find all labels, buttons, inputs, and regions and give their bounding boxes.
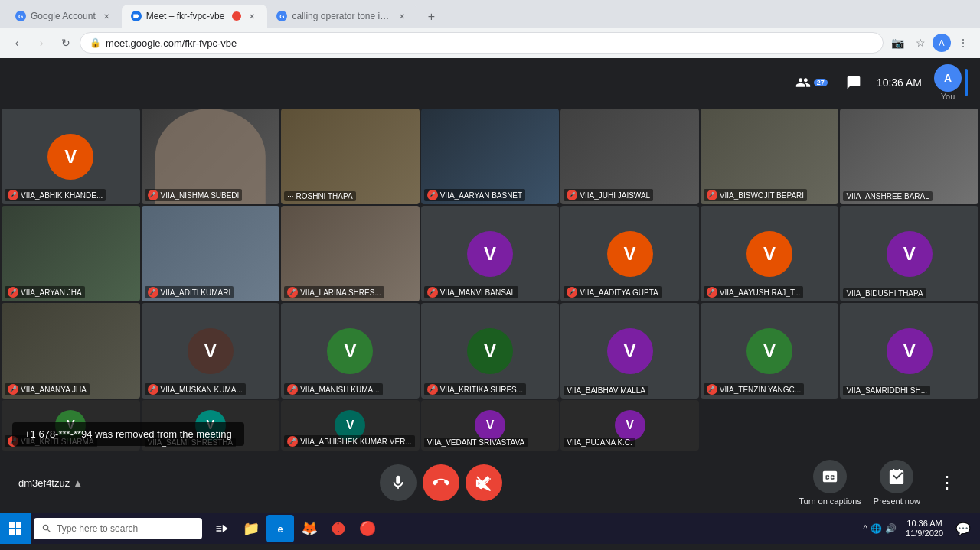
- controls-right: Turn on captions Present now ⋮: [799, 460, 962, 506]
- participant-cell-4[interactable]: VIIA_JUHI JAISWAL: [560, 109, 699, 204]
- participant-cell-16[interactable]: V VIIA_MANISH KUMA...: [281, 303, 420, 399]
- microphone-button[interactable]: [380, 464, 416, 501]
- participant-name-3: VIIA_AARYAN BASNET: [424, 189, 525, 201]
- participant-name-17: VIIA_KRITIKA SHRES...: [424, 383, 526, 395]
- taskbar-clock[interactable]: 10:36 AM 11/9/2020: [900, 519, 949, 539]
- taskbar-notification-center[interactable]: 💬: [952, 518, 974, 539]
- mute-icon-3: [427, 190, 438, 200]
- participant-cell-10[interactable]: V VIIA_MANVI BANSAL: [421, 206, 560, 301]
- participant-name-2: ··· ROSHNI THAPA: [284, 191, 355, 201]
- mute-icon-19: [707, 384, 717, 395]
- svg-rect-3: [16, 529, 21, 535]
- avatar-18: V: [607, 328, 653, 374]
- tray-volume[interactable]: 🔊: [885, 523, 897, 534]
- participant-cell-0[interactable]: V VIIA_ABHIK KHANDE...: [2, 109, 140, 204]
- taskbar-tray: ^ 🌐 🔊 10:36 AM 11/9/2020 💬: [857, 518, 980, 539]
- participants-button[interactable]: 27: [786, 69, 837, 96]
- meeting-code-text: dm3ef4tzuz: [18, 477, 70, 489]
- participant-cell-3[interactable]: VIIA_AARYAN BASNET: [421, 109, 560, 204]
- search-placeholder: Type here to search: [57, 523, 138, 534]
- present-now-button[interactable]: Present now: [874, 460, 920, 506]
- mute-icon-17: [427, 384, 438, 395]
- taskbar-search-box[interactable]: Type here to search: [34, 518, 202, 539]
- mute-icon-7: [8, 287, 18, 298]
- mute-icon-14: [8, 384, 18, 395]
- mute-icon-12: [707, 287, 717, 298]
- you-label: You: [941, 92, 956, 101]
- participant-cell-15[interactable]: V VIIA_MUSKAN KUMA...: [142, 303, 280, 399]
- participants-count: 27: [814, 79, 828, 86]
- present-label: Present now: [874, 496, 920, 506]
- mute-icon-4: [567, 190, 577, 200]
- chrome-menu[interactable]: ⋮: [952, 32, 974, 54]
- mute-icon-15: [148, 384, 158, 395]
- user-avatar[interactable]: A: [934, 64, 962, 92]
- cast-icon[interactable]: 📷: [887, 32, 908, 54]
- start-button[interactable]: [0, 513, 31, 544]
- taskbar-apps: 📁 e 🦊 🔴: [208, 515, 381, 542]
- participant-cell-7[interactable]: VIIA_ARYAN JHA: [2, 206, 140, 301]
- mute-icon-16: [287, 384, 298, 395]
- more-options-button[interactable]: ⋮: [933, 467, 962, 499]
- avatar-15: V: [188, 328, 234, 374]
- participant-cell-18[interactable]: V VIIA_BAIBHAV MALLA: [560, 303, 699, 399]
- tab-google-account[interactable]: G Google Account ✕: [6, 5, 122, 28]
- participant-name-10: VIIA_MANVI BANSAL: [424, 286, 518, 298]
- participant-cell-11[interactable]: V VIIA_AADITYA GUPTA: [560, 206, 699, 301]
- participant-cell-9[interactable]: VIIA_LARINA SHRES...: [281, 206, 420, 301]
- tray-network[interactable]: 🌐: [871, 523, 882, 534]
- mute-icon-10: [427, 287, 438, 298]
- tab-search[interactable]: G calling operator tone in google ... ✕: [267, 5, 417, 28]
- tray-chevron[interactable]: ^: [863, 523, 867, 534]
- participant-name-13: VIIA_BIDUSHI THAPA: [843, 288, 926, 298]
- taskbar-chrome[interactable]: [325, 515, 352, 542]
- tab-meet-close[interactable]: ✕: [246, 10, 258, 22]
- new-tab-button[interactable]: +: [420, 6, 442, 28]
- participant-name-11: VIIA_AADITYA GUPTA: [564, 286, 661, 298]
- participant-cell-13[interactable]: V VIIA_BIDUSHI THAPA: [840, 206, 978, 301]
- participant-cell-5[interactable]: VIIA_BISWOJIT BEPARI: [701, 109, 839, 204]
- address-bar[interactable]: 🔒 meet.google.com/fkr-fvpc-vbe: [80, 32, 884, 54]
- end-call-button[interactable]: [423, 464, 459, 501]
- avatar-12: V: [746, 231, 792, 277]
- taskbar-time: 10:36 AM: [906, 519, 942, 529]
- participant-cell-1[interactable]: VIIA_NISHMA SUBEDI: [142, 109, 280, 204]
- tab-google-close[interactable]: ✕: [100, 10, 113, 22]
- taskbar-app-unknown[interactable]: 🔴: [354, 515, 381, 542]
- mute-icon-1: [148, 190, 158, 200]
- participant-cell-6[interactable]: VIIA_ANSHREE BARAL: [840, 109, 978, 204]
- participant-cell-20[interactable]: V VIIA_SAMRIDDHI SH...: [840, 303, 978, 399]
- participant-cell-14[interactable]: VIIA_ANANYA JHA: [2, 303, 140, 399]
- participant-cell-19[interactable]: V VIIA_TENZIN YANGC...: [701, 303, 839, 399]
- avatar-19: V: [746, 328, 792, 374]
- meeting-code-area: dm3ef4tzuz ▲: [18, 477, 83, 489]
- camera-button[interactable]: [466, 464, 502, 501]
- taskbar-task-view[interactable]: [208, 515, 236, 542]
- bookmark-icon[interactable]: ☆: [910, 32, 931, 54]
- svg-rect-0: [9, 522, 15, 528]
- tab-search-close[interactable]: ✕: [396, 10, 408, 22]
- reload-button[interactable]: ↻: [55, 32, 77, 54]
- chat-button[interactable]: [837, 69, 871, 96]
- time-display: 10:36 AM: [877, 76, 922, 89]
- taskbar-file-explorer[interactable]: 📁: [237, 515, 265, 542]
- taskbar-firefox[interactable]: 🦊: [296, 515, 323, 542]
- turn-on-captions-button[interactable]: Turn on captions: [799, 460, 861, 506]
- participant-cell-2[interactable]: ··· ROSHNI THAPA: [281, 109, 420, 204]
- participant-name-5: VIIA_BISWOJIT BEPARI: [704, 189, 807, 201]
- forward-button[interactable]: ›: [31, 32, 52, 54]
- meeting-code-chevron[interactable]: ▲: [73, 477, 83, 489]
- back-button[interactable]: ‹: [6, 32, 28, 54]
- participant-cell-12[interactable]: V VIIA_AAYUSH RAJ_T...: [701, 206, 839, 301]
- participant-cell-17[interactable]: V VIIA_KRITIKA SHRES...: [421, 303, 560, 399]
- lock-icon: 🔒: [90, 37, 101, 48]
- present-icon: [880, 460, 913, 493]
- profile-avatar[interactable]: A: [933, 34, 951, 52]
- participant-cell-8[interactable]: VIIA_ADITI KUMARI: [142, 206, 280, 301]
- google-search-favicon: G: [276, 11, 287, 21]
- mute-icon-8: [148, 287, 158, 298]
- tab-meet-active[interactable]: Meet – fkr-fvpc-vbe ✕: [122, 5, 268, 28]
- mute-icon-11: [567, 287, 577, 298]
- taskbar-edge[interactable]: e: [266, 515, 294, 542]
- participant-name-19: VIIA_TENZIN YANGC...: [704, 383, 804, 395]
